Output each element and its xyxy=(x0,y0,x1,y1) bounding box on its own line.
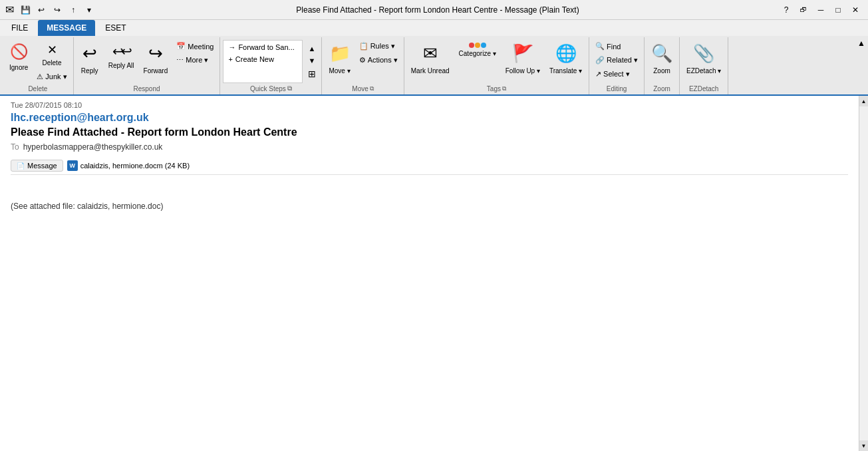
ezdetach-button[interactable]: 📎 EZDetach ▾ xyxy=(682,40,725,78)
word-icon: W xyxy=(67,160,78,171)
delete-group-items: 🚫 Ignore ✕ Delete ⚠ Junk ▾ xyxy=(5,37,71,84)
restore-down-button[interactable]: 🗗 xyxy=(796,3,811,17)
delete-button[interactable]: ✕ Delete xyxy=(33,40,70,69)
forward-to-san-button[interactable]: → Forward to San... xyxy=(224,41,301,53)
select-button[interactable]: ↗ Select ▾ xyxy=(592,68,633,80)
message-to: hyperbolasmappera@thespykiller.co.uk xyxy=(23,142,163,152)
reply-all-icon: ↩↩ xyxy=(112,43,130,60)
editing-group-items: 🔍 Find 🔗 Related ▾ ↗ Select ▾ xyxy=(592,37,641,84)
scroll-down-button[interactable]: ▼ xyxy=(859,440,869,451)
tags-expand-icon[interactable]: ⧉ xyxy=(502,85,506,92)
forward-to-san-icon: → xyxy=(228,43,235,51)
reply-button[interactable]: ↩ Reply xyxy=(76,40,103,78)
undo-button[interactable]: ↩ xyxy=(34,3,49,17)
move-button[interactable]: 📁 Move ▾ xyxy=(325,40,354,78)
quick-steps-expand-button[interactable]: ⊞ xyxy=(305,67,319,80)
ribbon-group-move: 📁 Move ▾ 📋 Rules ▾ ⚙ Actions ▾ Move ⧉ xyxy=(322,37,404,94)
redo-button[interactable]: ↪ xyxy=(50,3,65,17)
quick-steps-expand-icon[interactable]: ⧉ xyxy=(287,84,292,92)
select-icon: ↗ xyxy=(595,70,601,78)
actions-icon: ⚙ xyxy=(359,56,366,65)
ezdetach-icon: 📎 xyxy=(693,43,714,65)
categorize-icon xyxy=(469,43,486,48)
ribbon: 🚫 Ignore ✕ Delete ⚠ Junk ▾ Delete xyxy=(0,36,868,96)
create-new-icon: + xyxy=(228,55,232,63)
move-group-items: 📁 Move ▾ 📋 Rules ▾ ⚙ Actions ▾ xyxy=(325,37,400,84)
more-icon: ⋯ xyxy=(176,56,184,65)
ribbon-group-delete: 🚫 Ignore ✕ Delete ⚠ Junk ▾ Delete xyxy=(3,37,74,94)
reply-all-button[interactable]: ↩↩ Reply All xyxy=(104,40,138,73)
follow-up-button[interactable]: 🚩 Follow Up ▾ xyxy=(502,40,544,78)
main-content: Tue 28/07/2015 08:10 lhc.reception@heart… xyxy=(0,96,868,451)
ignore-icon: 🚫 xyxy=(10,43,28,62)
actions-button[interactable]: ⚙ Actions ▾ xyxy=(356,54,401,67)
related-button[interactable]: 🔗 Related ▾ xyxy=(592,54,641,67)
ezdetach-group-items: 📎 EZDetach ▾ xyxy=(682,37,725,84)
ignore-button[interactable]: 🚫 Ignore xyxy=(5,40,32,75)
find-icon: 🔍 xyxy=(595,42,605,51)
find-button[interactable]: 🔍 Find xyxy=(592,40,624,53)
move-group-label: Move ⧉ xyxy=(325,84,400,94)
rules-icon: 📋 xyxy=(359,42,368,51)
message-tab-button[interactable]: 📄 Message xyxy=(11,160,63,172)
junk-icon: ⚠ xyxy=(37,73,43,81)
scroll-up-button[interactable]: ▲ xyxy=(859,96,869,106)
outlook-window: ✉ 💾 ↩ ↪ ↑ ▾ Please Find Attached - Repor… xyxy=(0,0,868,451)
help-button[interactable]: ? xyxy=(779,3,794,17)
zoom-icon: 🔍 xyxy=(651,43,672,65)
up-button[interactable]: ↑ xyxy=(66,3,80,17)
attachment-file-button[interactable]: W calaidzis, hermione.docm (24 KB) xyxy=(67,160,190,171)
zoom-group-label: Zoom xyxy=(647,84,676,94)
mark-unread-icon: ✉ xyxy=(423,43,438,65)
minimize-button[interactable]: ─ xyxy=(813,3,828,17)
categorize-button[interactable]: Categorize ▾ xyxy=(455,40,500,61)
customize-qat-button[interactable]: ▾ xyxy=(82,3,96,17)
message-tab-icon: 📄 xyxy=(17,162,25,170)
app-icon: ✉ xyxy=(5,3,14,16)
message-from: lhc.reception@heart.org.uk xyxy=(11,112,848,124)
meeting-button[interactable]: 📅 Meeting xyxy=(173,40,217,53)
message-subject: Please Find Attached - Report form Londo… xyxy=(11,126,848,138)
tab-bar: FILE MESSAGE ESET xyxy=(0,20,868,36)
ribbon-group-ezdetach: 📎 EZDetach ▾ EZDetach xyxy=(680,37,728,94)
attachment-row: 📄 Message W calaidzis, hermione.docm (24… xyxy=(11,157,848,175)
tab-file[interactable]: FILE xyxy=(3,20,37,36)
to-label: To xyxy=(11,142,19,152)
message-body: (See attached file: calaidzis, hermione.… xyxy=(11,183,848,216)
quick-steps-down-button[interactable]: ▼ xyxy=(305,55,319,66)
forward-icon: ↪ xyxy=(148,43,163,65)
related-icon: 🔗 xyxy=(595,56,605,65)
ribbon-group-tags: ✉ Mark Unread Categorize ▾ 🚩 Follow Up ▾ xyxy=(404,37,589,94)
move-group-expand-icon[interactable]: ⧉ xyxy=(370,85,374,92)
quick-steps-list: → Forward to San... + Create New xyxy=(223,40,303,83)
tags-group-items: ✉ Mark Unread Categorize ▾ 🚩 Follow Up ▾ xyxy=(407,37,586,84)
junk-button[interactable]: ⚠ Junk ▾ xyxy=(33,71,70,83)
forward-button[interactable]: ↪ Forward xyxy=(140,40,172,78)
maximize-button[interactable]: □ xyxy=(831,3,845,17)
save-button[interactable]: 💾 xyxy=(18,3,33,17)
translate-button[interactable]: 🌐 Translate ▾ xyxy=(545,40,586,78)
ribbon-group-zoom: 🔍 Zoom Zoom xyxy=(645,37,680,94)
tags-group-label: Tags ⧉ xyxy=(407,84,586,94)
ribbon-collapse-button[interactable]: ▲ xyxy=(857,39,865,48)
close-button[interactable]: ✕ xyxy=(848,3,863,17)
mark-unread-button[interactable]: ✉ Mark Unread xyxy=(407,40,454,78)
tab-eset[interactable]: ESET xyxy=(96,20,134,36)
window-title: Please Find Attached - Report form Londo… xyxy=(96,5,779,15)
move-icon: 📁 xyxy=(329,43,351,65)
ribbon-group-quick-steps: → Forward to San... + Create New ▲ ▼ ⊞ Q… xyxy=(220,37,322,94)
ribbon-group-editing: 🔍 Find 🔗 Related ▾ ↗ Select ▾ Editing xyxy=(589,37,645,94)
delete-icon: ✕ xyxy=(47,43,57,57)
ribbon-group-respond: ↩ Reply ↩↩ Reply All ↪ Forward 📅 Meeting xyxy=(74,37,221,94)
tab-message[interactable]: MESSAGE xyxy=(38,20,95,36)
meeting-icon: 📅 xyxy=(176,42,186,51)
create-new-button[interactable]: + Create New xyxy=(224,53,301,65)
message-timestamp: Tue 28/07/2015 08:10 xyxy=(11,101,848,109)
zoom-button[interactable]: 🔍 Zoom xyxy=(647,40,676,78)
editing-group-label: Editing xyxy=(592,84,641,94)
rules-button[interactable]: 📋 Rules ▾ xyxy=(356,40,401,53)
quick-steps-up-button[interactable]: ▲ xyxy=(305,43,319,54)
quick-access-toolbar: ✉ 💾 ↩ ↪ ↑ ▾ xyxy=(5,3,96,17)
respond-group-label: Respond xyxy=(76,84,217,94)
more-button[interactable]: ⋯ More ▾ xyxy=(173,54,217,67)
